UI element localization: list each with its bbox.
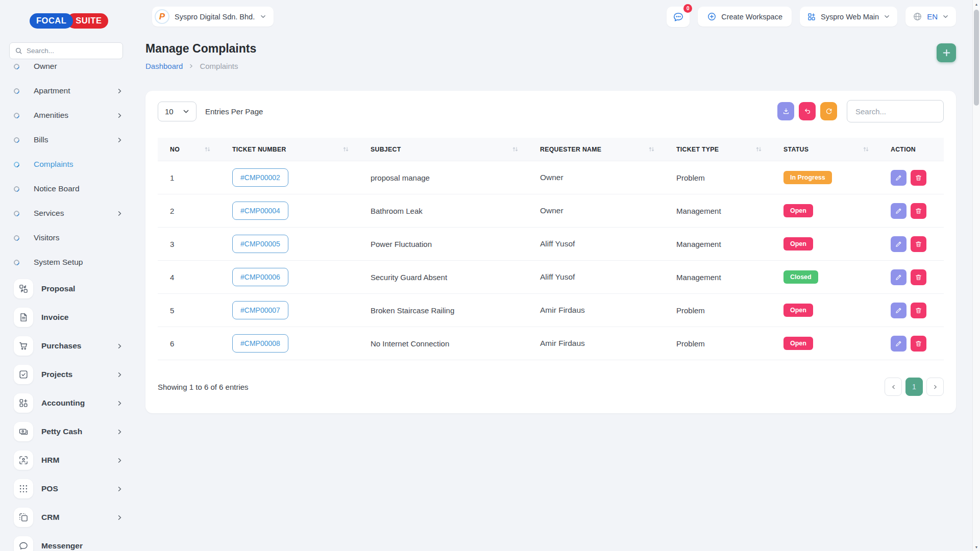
pagination-next-button[interactable] — [926, 378, 944, 396]
sidebar-menu: Owner Apartment Amenities Bills Complain… — [0, 60, 145, 551]
entries-per-page-select[interactable]: 10 — [158, 102, 197, 121]
sort-icon — [342, 146, 349, 153]
sidebar-item-visitors[interactable]: Visitors — [14, 226, 123, 250]
chevron-left-icon — [891, 384, 896, 390]
delete-button[interactable] — [911, 269, 926, 285]
column-header-ticket-type[interactable]: TICKET TYPE — [664, 146, 771, 153]
status-badge: Open — [783, 304, 813, 317]
scrollbar-thumb[interactable] — [974, 10, 979, 106]
ticket-number-badge[interactable]: #CMP00004 — [232, 202, 288, 220]
sidebar-item-services[interactable]: Services — [14, 201, 123, 226]
column-header-ticket-number[interactable]: TICKET NUMBER — [220, 146, 358, 153]
delete-button[interactable] — [911, 170, 926, 186]
pencil-icon — [895, 207, 902, 215]
refresh-button[interactable] — [820, 102, 837, 120]
column-header-requester-name[interactable]: REQUESTER NAME — [528, 146, 664, 153]
sidebar-item-petty-cash[interactable]: Petty Cash — [14, 417, 123, 446]
ticket-number-badge[interactable]: #CMP00007 — [232, 301, 288, 319]
sidebar-item-label: Invoice — [41, 313, 68, 322]
sidebar-item-apartment[interactable]: Apartment — [14, 79, 123, 103]
workspace-selector[interactable]: P Syspro Digital Sdn. Bhd. — [152, 7, 274, 27]
topbar-actions: 0 Create Workspace Syspro Web Main EN — [667, 7, 956, 27]
cell-no: 2 — [158, 207, 220, 215]
sidebar-item-hrm[interactable]: HRM — [14, 446, 123, 474]
chat-button[interactable]: 0 — [667, 7, 690, 27]
create-workspace-label: Create Workspace — [721, 13, 782, 21]
bullet-ring-icon — [13, 234, 21, 242]
edit-button[interactable] — [891, 203, 906, 219]
sidebar-item-owner[interactable]: Owner — [14, 60, 123, 79]
ticket-number-badge[interactable]: #CMP00005 — [232, 235, 288, 253]
column-header-status[interactable]: STATUS — [771, 146, 878, 153]
sidebar-search-input[interactable] — [27, 47, 117, 55]
sidebar-item-label: Purchases — [41, 341, 81, 350]
cell-requester-name: Amir Firdaus — [528, 306, 664, 315]
sidebar-item-invoice[interactable]: Invoice — [14, 303, 123, 332]
sidebar-item-accounting[interactable]: Accounting — [14, 389, 123, 417]
sidebar-item-label: HRM — [41, 456, 59, 465]
language-selector[interactable]: EN — [905, 7, 956, 27]
cell-subject: Bathroom Leak — [358, 207, 528, 215]
cell-subject: Security Guard Absent — [358, 273, 528, 282]
chevron-right-icon — [116, 457, 123, 464]
table-row: 3 #CMP00005 Power Fluctuation Aliff Yuso… — [158, 228, 944, 261]
sidebar-item-label: Bills — [34, 135, 48, 144]
breadcrumb-dashboard-link[interactable]: Dashboard — [145, 62, 183, 70]
edit-button[interactable] — [891, 336, 906, 352]
sidebar-item-label: Projects — [41, 370, 72, 379]
trash-icon — [915, 340, 922, 347]
trash-icon — [915, 240, 922, 248]
overlap-squares-icon — [18, 512, 29, 522]
delete-button[interactable] — [911, 303, 926, 318]
app-selector[interactable]: Syspro Web Main — [800, 7, 897, 27]
ticket-number-badge[interactable]: #CMP00006 — [232, 268, 288, 286]
ticket-number-badge[interactable]: #CMP00002 — [232, 168, 288, 187]
pencil-icon — [895, 240, 902, 248]
edit-button[interactable] — [891, 236, 906, 252]
workspace-logo-icon: P — [155, 9, 169, 24]
table-row: 2 #CMP00004 Bathroom Leak Owner Manageme… — [158, 194, 944, 228]
sidebar-search[interactable] — [9, 42, 123, 59]
edit-button[interactable] — [891, 170, 906, 186]
pagination-prev-button[interactable] — [885, 378, 902, 396]
pagination-page-1-button[interactable]: 1 — [905, 378, 923, 396]
scrollbar-down-arrow[interactable]: ▼ — [973, 543, 980, 551]
sidebar-item-bills[interactable]: Bills — [14, 128, 123, 152]
column-header-no[interactable]: NO — [158, 146, 220, 153]
column-header-subject[interactable]: SUBJECT — [358, 146, 528, 153]
sidebar-item-amenities[interactable]: Amenities — [14, 103, 123, 128]
chevron-right-icon — [116, 429, 123, 435]
create-workspace-button[interactable]: Create Workspace — [698, 7, 792, 27]
scrollbar-up-arrow[interactable]: ▲ — [973, 0, 980, 8]
table-search-input[interactable] — [847, 100, 944, 122]
chat-badge: 0 — [683, 4, 692, 13]
sidebar-item-label: Amenities — [34, 111, 68, 120]
sidebar-item-notice-board[interactable]: Notice Board — [14, 177, 123, 201]
cell-subject: Broken Staircase Railing — [358, 306, 528, 315]
cell-requester-name: Aliff Yusof — [528, 272, 664, 282]
delete-button[interactable] — [911, 203, 926, 219]
ticket-number-badge[interactable]: #CMP00008 — [232, 334, 288, 353]
chevron-right-icon — [116, 112, 123, 119]
sidebar-item-purchases[interactable]: Purchases — [14, 332, 123, 360]
cash-icon — [18, 427, 29, 437]
sidebar-item-complaints[interactable]: Complaints — [14, 152, 123, 177]
sidebar-item-system-setup[interactable]: System Setup — [14, 250, 123, 274]
brand-logo-suite: SUITE — [67, 13, 108, 29]
sidebar-item-messenger[interactable]: Messenger — [14, 532, 123, 551]
export-download-button[interactable] — [777, 102, 794, 120]
add-complaint-button[interactable] — [937, 43, 956, 62]
edit-button[interactable] — [891, 269, 906, 285]
delete-button[interactable] — [911, 336, 926, 352]
sidebar-item-proposal[interactable]: Proposal — [14, 274, 123, 303]
undo-button[interactable] — [799, 102, 816, 120]
window-scrollbar[interactable]: ▲ ▼ — [972, 0, 980, 551]
edit-button[interactable] — [891, 303, 906, 318]
cell-actions — [878, 170, 944, 186]
delete-button[interactable] — [911, 236, 926, 252]
table-row: 4 #CMP00006 Security Guard Absent Aliff … — [158, 261, 944, 294]
sidebar-item-projects[interactable]: Projects — [14, 360, 123, 389]
app-selector-label: Syspro Web Main — [821, 13, 879, 21]
sidebar-item-crm[interactable]: CRM — [14, 503, 123, 532]
sidebar-item-pos[interactable]: POS — [14, 474, 123, 503]
